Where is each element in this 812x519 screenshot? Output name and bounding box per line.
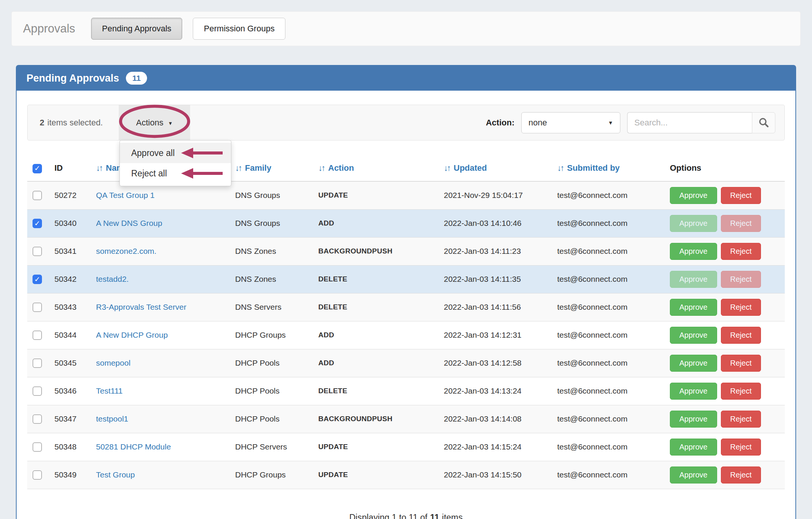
selected-count: 2 (40, 118, 44, 127)
table-row[interactable]: 50344 A New DHCP Group DHCP Groups ADD 2… (27, 321, 785, 349)
tab-pending-approvals[interactable]: Pending Approvals (91, 18, 182, 40)
table-row[interactable]: 50340 A New DNS Group DNS Groups ADD 202… (27, 209, 785, 237)
menu-item-approve-all[interactable]: Approve all (120, 143, 231, 163)
approve-button[interactable]: Approve (670, 299, 717, 316)
row-checkbox[interactable] (33, 219, 42, 228)
row-updated: 2022-Jan-03 14:13:24 (440, 377, 553, 405)
row-name-link[interactable]: testpool1 (96, 414, 128, 423)
row-updated: 2021-Nov-29 15:04:17 (440, 181, 553, 210)
reject-button: Reject (721, 215, 761, 232)
row-submitted-by: test@6connect.com (553, 405, 666, 433)
sort-icon: ↓↑ (444, 163, 450, 173)
row-checkbox[interactable] (33, 247, 42, 256)
row-submitted-by: test@6connect.com (553, 293, 666, 321)
row-name-link[interactable]: Test111 (96, 386, 122, 395)
toolbar: 2items selected. Actions ▼ Approve all (27, 105, 785, 141)
row-checkbox[interactable] (33, 358, 42, 368)
header-submitted-by[interactable]: ↓↑Submitted by (553, 158, 666, 181)
reject-button[interactable]: Reject (721, 243, 761, 260)
row-name-link[interactable]: testadd2. (96, 275, 129, 283)
approve-button[interactable]: Approve (670, 327, 717, 344)
tab-permission-groups[interactable]: Permission Groups (193, 18, 285, 40)
row-id: 50340 (51, 209, 92, 237)
row-checkbox[interactable] (33, 275, 42, 284)
row-name-link[interactable]: 50281 DHCP Module (96, 442, 171, 451)
row-updated: 2022-Jan-03 14:11:23 (440, 237, 553, 265)
action-select[interactable]: none ▼ (521, 112, 620, 133)
row-action: DELETE (315, 377, 440, 405)
row-family: DHCP Groups (231, 321, 315, 349)
table-row[interactable]: 50346 Test111 DHCP Pools DELETE 2022-Jan… (27, 377, 785, 405)
row-checkbox[interactable] (33, 442, 42, 452)
header-family[interactable]: ↓↑Family (231, 158, 315, 181)
reject-button[interactable]: Reject (721, 299, 761, 316)
reject-button[interactable]: Reject (721, 383, 761, 400)
selected-info: 2items selected. (40, 118, 103, 128)
select-all-checkbox[interactable] (33, 164, 42, 173)
row-checkbox[interactable] (33, 331, 42, 340)
row-checkbox[interactable] (33, 386, 42, 396)
row-action: UPDATE (315, 433, 440, 461)
row-checkbox[interactable] (33, 470, 42, 480)
row-name-link[interactable]: A New DNS Group (96, 219, 162, 227)
row-submitted-by: test@6connect.com (553, 433, 666, 461)
row-family: DHCP Pools (231, 377, 315, 405)
chevron-down-icon: ▼ (168, 119, 173, 126)
approve-button[interactable]: Approve (670, 243, 717, 260)
select-caret-icon: ▼ (608, 120, 613, 126)
row-updated: 2022-Jan-03 14:11:35 (440, 265, 553, 293)
row-name-link[interactable]: somepool (96, 358, 130, 367)
row-submitted-by: test@6connect.com (553, 349, 666, 377)
row-checkbox[interactable] (33, 414, 42, 424)
actions-dropdown-button[interactable]: Actions ▼ Approve all (119, 105, 190, 140)
row-submitted-by: test@6connect.com (553, 461, 666, 489)
menu-item-reject-all[interactable]: Reject all (120, 163, 231, 184)
row-name-link[interactable]: A New DHCP Group (96, 331, 168, 339)
table-row[interactable]: 50347 testpool1 DHCP Pools BACKGROUNDPUS… (27, 405, 785, 433)
table-row[interactable]: 50345 somepool DHCP Pools ADD 2022-Jan-0… (27, 349, 785, 377)
header-action[interactable]: ↓↑Action (315, 158, 440, 181)
header-id: ID (51, 158, 92, 181)
table-row[interactable]: 50349 Test Group DHCP Groups UPDATE 2022… (27, 461, 785, 489)
approve-button[interactable]: Approve (670, 187, 717, 204)
row-id: 50344 (51, 321, 92, 349)
approve-button[interactable]: Approve (670, 355, 717, 372)
search-button[interactable] (752, 112, 775, 133)
row-updated: 2022-Jan-03 14:10:46 (440, 209, 553, 237)
row-checkbox[interactable] (33, 191, 42, 200)
page-title: Approvals (23, 22, 75, 36)
row-action: DELETE (315, 293, 440, 321)
row-name-link[interactable]: QA Test Group 1 (96, 191, 155, 199)
reject-button[interactable]: Reject (721, 327, 761, 344)
pending-approvals-table: ID ↓↑Name ↓↑Family ↓↑Action ↓↑Updated ↓↑… (27, 158, 785, 489)
approve-button[interactable]: Approve (670, 439, 717, 456)
count-badge: 11 (126, 72, 147, 84)
row-id: 50345 (51, 349, 92, 377)
row-submitted-by: test@6connect.com (553, 181, 666, 210)
annotation-arrow-icon (181, 147, 223, 159)
header-options: Options (666, 158, 785, 181)
reject-button[interactable]: Reject (721, 466, 761, 483)
approve-button[interactable]: Approve (670, 466, 717, 483)
header-updated[interactable]: ↓↑Updated (440, 158, 553, 181)
row-updated: 2022-Jan-03 14:15:50 (440, 461, 553, 489)
reject-button[interactable]: Reject (721, 439, 761, 456)
search-input[interactable] (627, 112, 752, 133)
row-checkbox[interactable] (33, 303, 42, 312)
reject-button[interactable]: Reject (721, 411, 761, 428)
reject-button[interactable]: Reject (721, 187, 761, 204)
row-name-link[interactable]: Test Group (96, 470, 135, 479)
table-row[interactable]: 50341 somezone2.com. DNS Zones BACKGROUN… (27, 237, 785, 265)
approve-button[interactable]: Approve (670, 411, 717, 428)
row-family: DHCP Pools (231, 349, 315, 377)
sort-icon: ↓↑ (96, 163, 102, 173)
approve-button[interactable]: Approve (670, 383, 717, 400)
reject-button[interactable]: Reject (721, 355, 761, 372)
row-name-link[interactable]: R3-Approvals Test Server (96, 303, 186, 311)
row-name-link[interactable]: somezone2.com. (96, 247, 157, 255)
table-row[interactable]: 50342 testadd2. DNS Zones DELETE 2022-Ja… (27, 265, 785, 293)
page-header: Approvals Pending Approvals Permission G… (11, 11, 801, 46)
table-row[interactable]: 50343 R3-Approvals Test Server DNS Serve… (27, 293, 785, 321)
row-updated: 2022-Jan-03 14:14:08 (440, 405, 553, 433)
table-row[interactable]: 50348 50281 DHCP Module DHCP Servers UPD… (27, 433, 785, 461)
